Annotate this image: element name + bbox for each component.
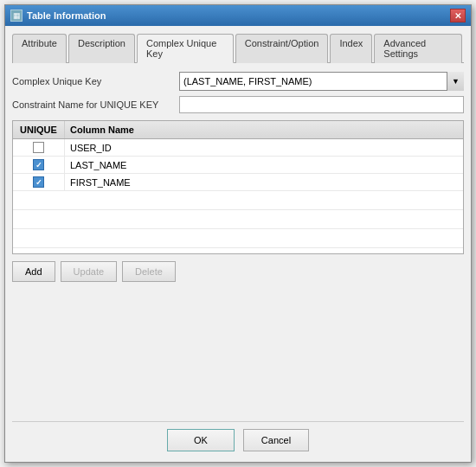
table-header: UNIQUE Column Name bbox=[13, 121, 463, 139]
form-section: Complex Unique Key (LAST_NAME, FIRST_NAM… bbox=[12, 72, 464, 113]
action-buttons: Add Update Delete bbox=[12, 261, 464, 282]
checkbox-0[interactable] bbox=[33, 142, 44, 153]
table-row-empty-2 bbox=[13, 210, 463, 229]
tab-bar: Attribute Description Complex Unique Key… bbox=[12, 33, 464, 63]
table-body: USER_ID LAST_NAME FIRST_NAME bbox=[13, 139, 463, 253]
tab-description[interactable]: Description bbox=[68, 34, 135, 63]
cancel-button[interactable]: Cancel bbox=[243, 429, 309, 451]
footer-buttons: OK Cancel bbox=[12, 421, 464, 455]
constraint-name-input[interactable] bbox=[179, 96, 464, 113]
unique-cell-1[interactable] bbox=[13, 157, 65, 173]
unique-cell-0[interactable] bbox=[13, 139, 65, 156]
complex-unique-key-label: Complex Unique Key bbox=[12, 76, 172, 86]
complex-unique-key-select[interactable]: (LAST_NAME, FIRST_NAME) bbox=[179, 72, 464, 91]
update-button[interactable]: Update bbox=[61, 261, 117, 282]
table-row[interactable]: FIRST_NAME bbox=[13, 174, 463, 191]
name-cell-1: LAST_NAME bbox=[65, 157, 463, 173]
close-button[interactable]: ✕ bbox=[450, 9, 466, 22]
table-row[interactable]: LAST_NAME bbox=[13, 157, 463, 174]
tab-index[interactable]: Index bbox=[330, 34, 372, 63]
tab-attribute[interactable]: Attribute bbox=[12, 34, 67, 63]
checkbox-2[interactable] bbox=[33, 176, 44, 188]
window-icon: ▦ bbox=[10, 10, 23, 22]
window-content: Attribute Description Complex Unique Key… bbox=[5, 26, 471, 462]
unique-cell-2[interactable] bbox=[13, 174, 65, 190]
col-header-unique: UNIQUE bbox=[13, 121, 65, 138]
ok-button[interactable]: OK bbox=[167, 429, 235, 451]
delete-button[interactable]: Delete bbox=[122, 261, 176, 282]
window-title: Table Information bbox=[27, 10, 106, 21]
checkbox-1[interactable] bbox=[33, 159, 44, 170]
title-bar: ▦ Table Information ✕ bbox=[5, 5, 471, 26]
tab-constraint-option[interactable]: Constraint/Option bbox=[235, 34, 329, 63]
name-cell-0: USER_ID bbox=[65, 140, 463, 156]
tab-advanced-settings[interactable]: Advanced Settings bbox=[374, 34, 462, 63]
tab-complex-unique-key[interactable]: Complex Unique Key bbox=[137, 34, 234, 63]
constraint-name-label: Constraint Name for UNIQUE KEY bbox=[12, 99, 172, 110]
unique-key-table: UNIQUE Column Name USER_ID LAST_NAME bbox=[12, 120, 464, 254]
col-header-name: Column Name bbox=[65, 121, 463, 138]
complex-unique-key-row: Complex Unique Key (LAST_NAME, FIRST_NAM… bbox=[12, 72, 464, 91]
name-cell-2: FIRST_NAME bbox=[65, 175, 463, 190]
complex-unique-key-select-wrapper[interactable]: (LAST_NAME, FIRST_NAME) ▼ bbox=[179, 72, 464, 91]
constraint-name-row: Constraint Name for UNIQUE KEY bbox=[12, 96, 464, 113]
table-row-empty-1 bbox=[13, 191, 463, 210]
table-row[interactable]: USER_ID bbox=[13, 139, 463, 157]
add-button[interactable]: Add bbox=[12, 261, 55, 282]
table-row-empty-3 bbox=[13, 229, 463, 248]
main-window: ▦ Table Information ✕ Attribute Descript… bbox=[4, 4, 472, 463]
